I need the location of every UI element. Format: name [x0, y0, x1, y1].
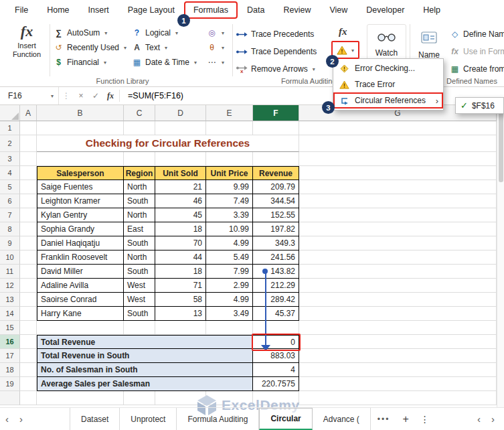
cell[interactable]: [299, 166, 497, 180]
ribbon-tab-view[interactable]: View: [320, 1, 357, 19]
cell[interactable]: [299, 135, 497, 152]
sheet-tab-advance[interactable]: Advance (: [313, 408, 371, 430]
cell[interactable]: [20, 321, 37, 335]
table-cell[interactable]: 7.99: [206, 265, 253, 279]
cell[interactable]: [299, 180, 497, 194]
row-header-15[interactable]: 15: [0, 321, 20, 335]
table-cell[interactable]: Adaline Avilla: [37, 279, 124, 293]
table-header-unit-price[interactable]: Unit Price: [206, 166, 253, 180]
cell[interactable]: [124, 152, 155, 166]
select-all-corner[interactable]: [0, 105, 20, 121]
cell[interactable]: [20, 152, 37, 166]
row-header-7[interactable]: 7: [0, 208, 20, 222]
cell[interactable]: [299, 121, 497, 135]
row-header-6[interactable]: 6: [0, 194, 20, 208]
ribbon-button-date-time[interactable]: ▦Date & Time▾: [132, 55, 197, 70]
name-manager-button[interactable]: Name: [413, 24, 445, 60]
cell[interactable]: [299, 363, 497, 377]
cell[interactable]: [37, 391, 124, 405]
table-cell[interactable]: 45: [155, 208, 206, 222]
row-header-11[interactable]: 11: [0, 265, 20, 279]
hscroll-left-icon[interactable]: ‹: [472, 413, 486, 425]
column-header-D[interactable]: D: [155, 105, 206, 121]
table-cell[interactable]: 289.42: [253, 293, 299, 307]
sheet-tab-circular[interactable]: Circular: [259, 408, 312, 430]
cell[interactable]: [206, 321, 253, 335]
table-cell[interactable]: West: [124, 279, 155, 293]
table-cell[interactable]: 44: [155, 250, 206, 265]
cell[interactable]: [124, 121, 155, 135]
insert-function-small-icon[interactable]: fx: [103, 91, 118, 101]
column-header-E[interactable]: E: [206, 105, 253, 121]
table-cell[interactable]: Saoirse Conrad: [37, 293, 124, 307]
menu-item-circular-references[interactable]: Circular References›3: [333, 92, 443, 109]
table-cell[interactable]: 344.54: [253, 194, 299, 208]
table-cell[interactable]: 58: [155, 293, 206, 307]
sheet-options-icon[interactable]: ⋮: [415, 414, 435, 425]
vertical-scrollbar-thumb[interactable]: [499, 109, 503, 182]
cell[interactable]: [299, 293, 497, 307]
cell[interactable]: [20, 349, 37, 363]
cell[interactable]: [299, 194, 497, 208]
ribbon-button-lookup-reference-icon[interactable]: ◎▾: [207, 25, 224, 40]
cell[interactable]: [37, 121, 124, 135]
row-header-14[interactable]: 14: [0, 307, 20, 321]
table-cell[interactable]: 197.82: [253, 222, 299, 236]
ribbon-button-math-trig-icon[interactable]: θ▾: [207, 40, 224, 55]
show-formulas-icon[interactable]: fx: [339, 26, 347, 38]
table-cell[interactable]: 5.49: [206, 250, 253, 265]
cell[interactable]: [155, 152, 206, 166]
table-cell[interactable]: 13: [155, 307, 206, 321]
cell[interactable]: [20, 121, 37, 135]
cell[interactable]: [299, 349, 497, 363]
ribbon-button-autosum[interactable]: ∑AutoSum▾: [54, 25, 127, 40]
table-cell[interactable]: South: [124, 194, 155, 208]
table-cell[interactable]: 3.49: [206, 307, 253, 321]
formula-bar-splitter-icon[interactable]: ⋮: [59, 91, 74, 100]
summary-label-16[interactable]: Total Revenue: [37, 335, 253, 349]
column-header-A[interactable]: A: [20, 105, 37, 121]
enter-icon[interactable]: ✓: [88, 91, 103, 100]
table-cell[interactable]: East: [124, 222, 155, 236]
table-cell[interactable]: 212.29: [253, 279, 299, 293]
summary-label-19[interactable]: Average Sales per Salesman: [37, 377, 253, 391]
cell[interactable]: [20, 208, 37, 222]
table-cell[interactable]: South: [124, 265, 155, 279]
ribbon-tab-insert[interactable]: Insert: [79, 1, 118, 19]
summary-value-17[interactable]: 883.03: [253, 349, 299, 363]
ribbon-button-logical[interactable]: ?Logical▾: [132, 25, 197, 40]
cell[interactable]: [299, 208, 497, 222]
ribbon-button-trace-dependents[interactable]: Trace Dependents: [236, 43, 317, 60]
row-header-3[interactable]: 3: [0, 152, 20, 166]
ribbon-button-text[interactable]: AText▾: [132, 40, 197, 55]
column-header-B[interactable]: B: [37, 105, 124, 121]
table-header-revenue[interactable]: Revenue: [253, 166, 299, 180]
row-header-19[interactable]: 19: [0, 377, 20, 391]
table-cell[interactable]: North: [124, 250, 155, 265]
sheet-tab-formula-auditing[interactable]: Formula Auditing: [177, 408, 259, 430]
table-cell[interactable]: 4.99: [206, 236, 253, 250]
table-cell[interactable]: North: [124, 180, 155, 194]
ribbon-button-define-nam[interactable]: ◇Define Nam: [450, 25, 504, 43]
table-cell[interactable]: North: [124, 208, 155, 222]
ribbon-tab-developer[interactable]: Developer: [357, 1, 414, 19]
table-cell[interactable]: Saige Fuentes: [37, 180, 124, 194]
table-cell[interactable]: 9.99: [206, 180, 253, 194]
table-header-salesperson[interactable]: Salesperson: [37, 166, 124, 180]
cell[interactable]: [299, 307, 497, 321]
circular-references-submenu[interactable]: ✓ $F$16: [455, 97, 504, 114]
summary-label-17[interactable]: Total Revenue in South: [37, 349, 253, 363]
cell[interactable]: [155, 321, 206, 335]
menu-item-error-checking[interactable]: Error Checking...: [333, 60, 443, 76]
cell[interactable]: [253, 152, 299, 166]
cell[interactable]: [155, 121, 206, 135]
cell[interactable]: [20, 135, 37, 152]
row-header-1[interactable]: 1: [0, 121, 20, 135]
cell[interactable]: [20, 222, 37, 236]
cell[interactable]: [37, 321, 124, 335]
cell[interactable]: [37, 152, 124, 166]
new-sheet-button[interactable]: +: [396, 413, 414, 425]
cell[interactable]: [299, 377, 497, 391]
cell[interactable]: [20, 279, 37, 293]
cell[interactable]: [124, 391, 155, 405]
